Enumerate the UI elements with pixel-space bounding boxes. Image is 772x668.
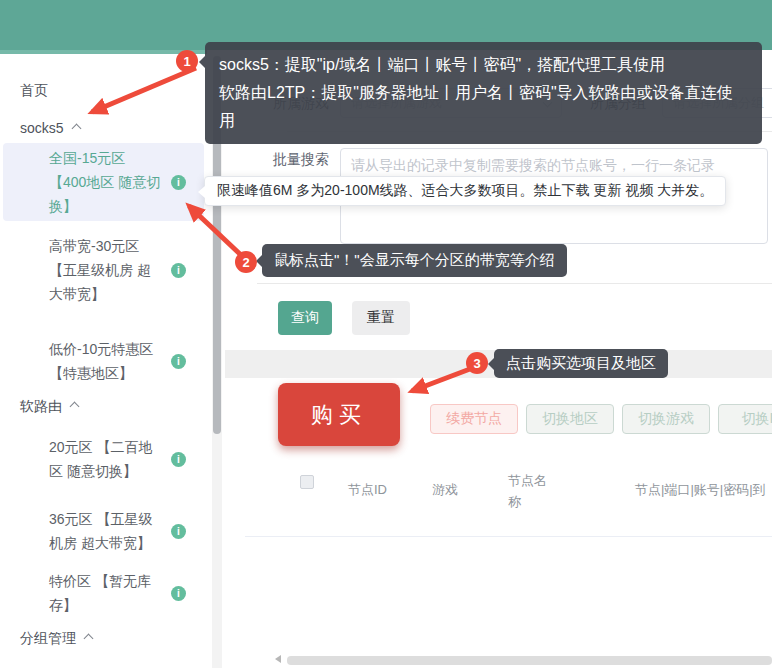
sidebar-item-highband-30[interactable]: 高带宽-30元区 【五星级机房 超大带宽】 i	[3, 234, 204, 306]
column-header-node-id: 节点ID	[348, 481, 387, 499]
step2-tooltip-text: 鼠标点击"！"会显示每个分区的带宽等介绍	[274, 251, 555, 268]
column-header-node-name: 节点名称	[508, 470, 552, 512]
sidebar-group-softrouter[interactable]: 软路由	[20, 398, 78, 416]
tooltip-arrow-icon	[199, 56, 205, 68]
switch-game-button[interactable]: 切换游戏	[622, 404, 710, 434]
sidebar-item-special[interactable]: 特价区 【暂无库存】 i	[3, 562, 204, 624]
sidebar-group-groupmgmt[interactable]: 分组管理	[20, 630, 92, 648]
step1-tooltip: socks5：提取"ip/域名丨端口丨账号丨密码"，搭配代理工具使用 软路由L2…	[205, 42, 762, 144]
sidebar-item-36yuan[interactable]: 36元区 【五星级机房 超大带宽】 i	[3, 500, 204, 562]
batch-search-placeholder: 请从导出的记录中复制需要搜索的节点账号，一行一条记录	[351, 155, 757, 175]
sidebar-item-home[interactable]: 首页	[20, 82, 48, 100]
sidebar-item-label: 高带宽-30元区 【五星级机房 超大带宽】	[49, 234, 163, 306]
tooltip-arrow-icon	[198, 186, 205, 198]
batch-search-label: 批量搜索	[273, 151, 329, 169]
step2-tooltip: 鼠标点击"！"会显示每个分区的带宽等介绍	[262, 244, 567, 277]
app-window: 糖果IP 首页 socks5 全国-15元区 【400地区 随意切换】 i 高带…	[0, 0, 772, 668]
switch-ip-button[interactable]: 切换IP	[718, 404, 772, 434]
info-icon[interactable]: i	[171, 354, 186, 369]
step3-tooltip-text: 点击购买选项目及地区	[506, 354, 656, 371]
query-button[interactable]: 查询	[278, 301, 332, 335]
sidebar-group-label: socks5	[20, 120, 64, 136]
sidebar-item-label: 首页	[20, 82, 48, 98]
step1-badge: 1	[176, 50, 198, 72]
switch-region-button[interactable]: 切换地区	[526, 404, 614, 434]
sidebar-group-label: 分组管理	[20, 630, 76, 646]
step3-badge: 3	[466, 352, 488, 374]
info-icon[interactable]: i	[171, 586, 186, 601]
sidebar-group-label: 软路由	[20, 398, 62, 414]
column-header-node-credentials: 节点|端口|账号|密码|到	[635, 481, 766, 499]
column-header-game: 游戏	[432, 481, 458, 499]
sidebar-item-label: 低价-10元特惠区 【特惠地区】	[49, 337, 163, 385]
sidebar-item-label: 特价区 【暂无库存】	[49, 569, 163, 617]
step3-tooltip: 点击购买选项目及地区	[494, 349, 668, 378]
info-icon[interactable]: i	[171, 452, 186, 467]
sidebar-item-20yuan[interactable]: 20元区 【二百地区 随意切换】 i	[3, 428, 204, 490]
buy-button[interactable]: 购买	[278, 383, 400, 446]
bandwidth-tooltip-text: 限速峰值6M 多为20-100M线路、适合大多数项目。禁止下载 更新 视频 大并…	[217, 182, 713, 198]
divider	[245, 536, 772, 537]
tooltip-arrow-icon	[488, 358, 494, 370]
info-icon[interactable]: i	[171, 175, 186, 190]
chevron-up-icon	[70, 402, 80, 412]
sidebar-item-label: 全国-15元区 【400地区 随意切换】	[49, 146, 163, 218]
step1-tooltip-line1: socks5：提取"ip/域名丨端口丨账号丨密码"，搭配代理工具使用	[219, 51, 748, 79]
sidebar: 首页 socks5 全国-15元区 【400地区 随意切换】 i 高带宽-30元…	[0, 54, 207, 668]
chevron-up-icon	[71, 124, 81, 134]
chevron-up-icon	[84, 634, 94, 644]
select-all-checkbox[interactable]	[300, 475, 314, 489]
divider	[257, 283, 772, 284]
sidebar-item-label: 36元区 【五星级机房 超大带宽】	[49, 507, 163, 555]
renew-node-button[interactable]: 续费节点	[430, 404, 518, 434]
info-icon[interactable]: i	[171, 263, 186, 278]
table-card: 购买 续费节点 切换地区 切换游戏 切换IP 节点ID 游戏 节点名称 节点|端…	[225, 378, 772, 668]
sidebar-group-socks5[interactable]: socks5	[20, 120, 80, 136]
info-icon[interactable]: i	[171, 524, 186, 539]
sidebar-item-lowprice-10[interactable]: 低价-10元特惠区 【特惠地区】 i	[3, 330, 204, 392]
horizontal-scrollbar-thumb[interactable]	[287, 656, 772, 665]
scrollbar-left-arrow-icon[interactable]	[275, 655, 281, 663]
bandwidth-tooltip: 限速峰值6M 多为20-100M线路、适合大多数项目。禁止下载 更新 视频 大并…	[204, 176, 726, 206]
step2-badge: 2	[235, 251, 257, 273]
sidebar-item-label: 20元区 【二百地区 随意切换】	[49, 435, 163, 483]
reset-button[interactable]: 重置	[352, 301, 410, 335]
step1-tooltip-line2: 软路由L2TP：提取"服务器地址丨用户名丨密码"导入软路由或设备直连使用	[219, 79, 748, 135]
sidebar-item-nationwide-15[interactable]: 全国-15元区 【400地区 随意切换】 i	[3, 143, 204, 221]
